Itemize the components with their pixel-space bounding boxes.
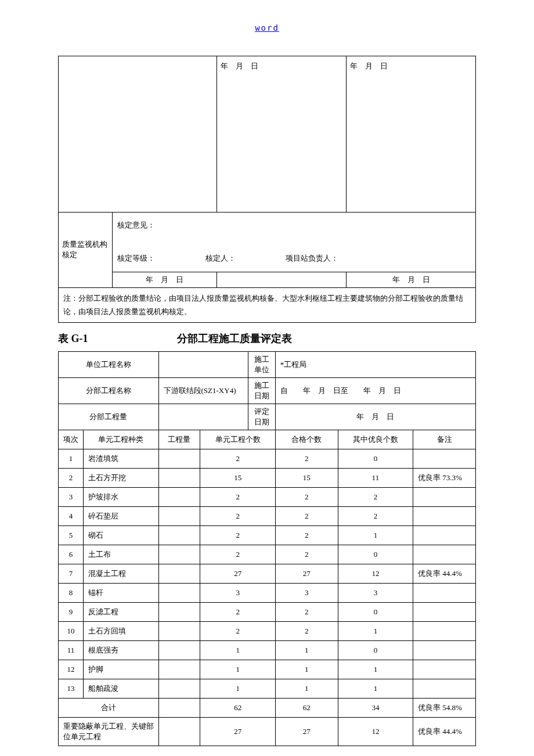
cell-pass-count: 3 xyxy=(275,583,338,602)
cell-seq: 5 xyxy=(59,525,84,545)
total-remark: 优良率 54.8% xyxy=(413,698,476,717)
date-cell-1: 年 月 日 xyxy=(217,56,347,213)
table-row: 8锚杆333 xyxy=(59,583,476,602)
important-qty xyxy=(158,717,200,746)
top-signature-table: 年 月 日 年 月 日 质量监视机构核定 核定意见： 核定等级： 核定人： 项目… xyxy=(58,56,476,323)
cell-remark xyxy=(413,506,476,525)
cell-qty xyxy=(158,660,200,679)
cell-type: 土石方开挖 xyxy=(84,468,158,487)
table-row: 3护坡排水222 xyxy=(59,487,476,506)
cell-remark xyxy=(413,545,476,564)
th-pass-count: 合格个数 xyxy=(275,430,338,449)
cell-seq: 9 xyxy=(59,602,84,621)
cell-remark: 优良率 44.4% xyxy=(413,564,476,583)
total-label: 合计 xyxy=(59,698,159,717)
cell-pass-count: 2 xyxy=(275,545,338,564)
table-number: 表 G-1 xyxy=(58,332,174,345)
cell-pass-count: 2 xyxy=(275,602,338,621)
note-cell: 注：分部工程验收的质量结论，由项目法人报质量监视机构核备。大型水利枢纽工程主要建… xyxy=(59,287,476,322)
table-row: 11根底强夯110 xyxy=(59,640,476,660)
cell-pass-count: 2 xyxy=(275,506,338,525)
cell-pass-count: 1 xyxy=(275,679,338,698)
cell-unit-count: 1 xyxy=(200,640,275,660)
eval-date-label: 评定日期 xyxy=(248,404,275,430)
cell-excellent-count: 11 xyxy=(338,468,413,487)
total-unit-count: 62 xyxy=(200,698,275,717)
th-unit-count: 单元工程个数 xyxy=(200,430,275,449)
cell-unit-count: 2 xyxy=(200,545,275,564)
review-org-label: 质量监视机构核定 xyxy=(59,213,113,288)
cell-type: 护坡排水 xyxy=(84,487,158,506)
cell-unit-count: 1 xyxy=(200,660,275,679)
th-seq: 项次 xyxy=(59,430,84,449)
reviewer-label: 核定人： xyxy=(205,254,236,262)
cell-unit-count: 2 xyxy=(200,621,275,640)
cell-seq: 8 xyxy=(59,583,84,602)
cell-qty xyxy=(158,564,200,583)
review-date-1: 年 月 日 xyxy=(113,272,217,287)
table-row: 5砌石221 xyxy=(59,525,476,545)
important-excellent-count: 12 xyxy=(338,717,413,746)
sub-proj-value: 下游联结段(SZ1-XY4) xyxy=(158,377,248,404)
unit-proj-value xyxy=(158,351,248,377)
th-qty: 工程量 xyxy=(158,430,200,449)
total-excellent-count: 34 xyxy=(338,698,413,717)
review-opinion-label: 核定意见： xyxy=(117,217,471,234)
cell-type: 反滤工程 xyxy=(84,602,158,621)
sub-qty-value xyxy=(158,404,248,430)
cell-qty xyxy=(158,525,200,545)
cell-seq: 13 xyxy=(59,679,84,698)
cell-qty xyxy=(158,487,200,506)
page-title-row: 表 G-1 分部工程施工质量评定表 xyxy=(58,332,476,345)
table-row: 1岩渣填筑220 xyxy=(59,449,476,468)
cell-pass-count: 2 xyxy=(275,449,338,468)
cell-type: 碎石垫层 xyxy=(84,506,158,525)
table-row: 6土工布220 xyxy=(59,545,476,564)
cell-excellent-count: 2 xyxy=(338,487,413,506)
cell-remark xyxy=(413,487,476,506)
review-date-2: 年 月 日 xyxy=(347,272,476,287)
cell-excellent-count: 2 xyxy=(338,506,413,525)
th-excellent-count: 其中优良个数 xyxy=(338,430,413,449)
date-cell-2: 年 月 日 xyxy=(347,56,476,213)
important-label: 重要隐蔽单元工程、关键部位单元工程 xyxy=(59,717,159,746)
cell-unit-count: 2 xyxy=(200,506,275,525)
cell-excellent-count: 0 xyxy=(338,449,413,468)
cell-unit-count: 2 xyxy=(200,449,275,468)
important-pass-count: 27 xyxy=(275,717,338,746)
cell-type: 砌石 xyxy=(84,525,158,545)
table-row: 10土石方回填221 xyxy=(59,621,476,640)
cell-pass-count: 2 xyxy=(275,525,338,545)
important-remark: 优良率 44.4% xyxy=(413,717,476,746)
page-title: 分部工程施工质量评定表 xyxy=(177,332,292,345)
cell-excellent-count: 0 xyxy=(338,602,413,621)
table-row: 13船舶疏浚111 xyxy=(59,679,476,698)
cell-excellent-count: 1 xyxy=(338,525,413,545)
cell-type: 船舶疏浚 xyxy=(84,679,158,698)
const-unit-value: *工程局 xyxy=(275,351,475,377)
table-row: 4碎石垫层222 xyxy=(59,506,476,525)
cell-remark xyxy=(413,602,476,621)
review-grade-label: 核定等级： xyxy=(117,254,155,262)
cell-unit-count: 1 xyxy=(200,679,275,698)
const-date-value: 自 年 月 日至 年 月 日 xyxy=(275,377,475,404)
cell-qty xyxy=(158,468,200,487)
th-type: 单元工程种类 xyxy=(84,430,158,449)
cell-excellent-count: 1 xyxy=(338,660,413,679)
cell-qty xyxy=(158,640,200,660)
cell-unit-count: 2 xyxy=(200,602,275,621)
cell-unit-count: 3 xyxy=(200,583,275,602)
total-qty xyxy=(158,698,200,717)
cell-qty xyxy=(158,545,200,564)
cell-pass-count: 1 xyxy=(275,660,338,679)
cell-seq: 12 xyxy=(59,660,84,679)
cell-type: 护脚 xyxy=(84,660,158,679)
cell-seq: 4 xyxy=(59,506,84,525)
cell-excellent-count: 0 xyxy=(338,545,413,564)
cell-excellent-count: 1 xyxy=(338,621,413,640)
cell-seq: 11 xyxy=(59,640,84,660)
cell-pass-count: 1 xyxy=(275,640,338,660)
cell-pass-count: 15 xyxy=(275,468,338,487)
cell-qty xyxy=(158,621,200,640)
table-row: 12护脚111 xyxy=(59,660,476,679)
